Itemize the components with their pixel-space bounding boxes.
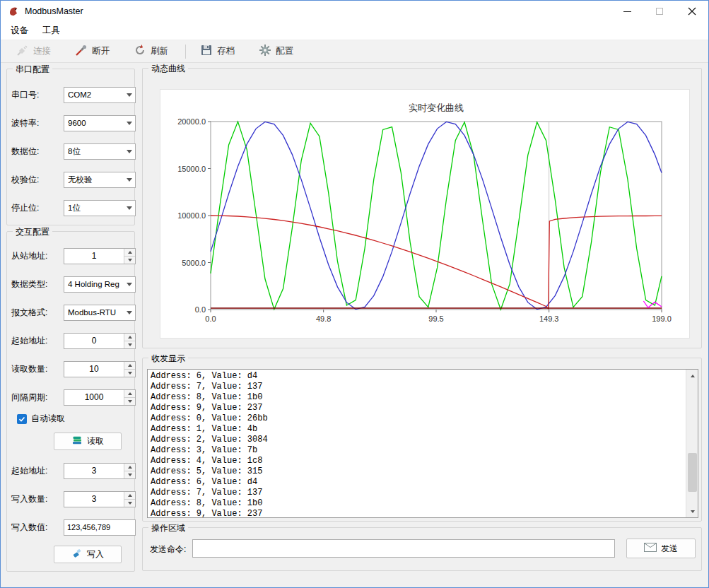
data-type-select[interactable]: 4 Holding Reg — [64, 276, 136, 293]
chevron-down-icon[interactable] — [123, 277, 135, 292]
close-button[interactable] — [676, 1, 708, 22]
data-type-label: 数据类型: — [11, 278, 59, 290]
data-bits-select[interactable]: 8位 — [64, 143, 136, 160]
stop-bits-select[interactable]: 1位 — [64, 200, 136, 216]
menu-device[interactable]: 设备 — [4, 22, 35, 40]
write-count-stepper[interactable]: 3 — [64, 491, 136, 507]
stop-bits-value: 1位 — [64, 203, 123, 213]
toolbar-archive-label: 存档 — [217, 45, 235, 57]
spin-up-button[interactable] — [124, 390, 135, 397]
read-start-address-stepper[interactable]: 0 — [64, 333, 136, 349]
baud-rate-select[interactable]: 9600 — [64, 115, 136, 131]
write-value-label: 写入数值: — [11, 522, 59, 534]
field-row: 间隔周期: 1000 — [11, 389, 131, 406]
log-line: Address: 7, Value: 137 — [151, 488, 684, 498]
toolbar-disconnect-button[interactable]: 断开 — [66, 41, 118, 61]
spin-up-button[interactable] — [124, 362, 135, 369]
maximize-button[interactable] — [643, 1, 676, 22]
data-bits-value: 8位 — [64, 146, 123, 157]
toolbar-archive-button[interactable]: 存档 — [192, 41, 243, 61]
books-icon — [71, 435, 83, 448]
chevron-down-icon[interactable] — [123, 305, 135, 320]
spin-down-button[interactable] — [124, 256, 135, 264]
send-command-label: 发送命令: — [150, 543, 186, 555]
log-textarea[interactable]: Address: 6, Value: d4 Address: 7, Value:… — [147, 369, 698, 518]
log-line: Address: 3, Value: 7b — [151, 445, 684, 456]
toolbar: 连接 断开 刷新 — [1, 40, 708, 63]
spin-up-button[interactable] — [124, 334, 135, 341]
send-command-field — [192, 539, 615, 558]
read-count-stepper[interactable]: 10 — [64, 361, 136, 377]
minimize-button[interactable] — [611, 1, 643, 22]
data-type-value: 4 Holding Reg — [64, 280, 123, 288]
spin-down-button[interactable] — [124, 397, 135, 405]
read-count-label: 读取数量: — [11, 363, 59, 375]
spin-down-button[interactable] — [124, 471, 135, 478]
chevron-down-icon[interactable] — [123, 172, 135, 187]
scroll-down-icon[interactable] — [686, 505, 698, 517]
toolbar-separator — [185, 45, 186, 59]
svg-text:199.0: 199.0 — [652, 314, 672, 323]
log-scrollbar[interactable] — [686, 370, 698, 517]
chevron-down-icon[interactable] — [123, 144, 135, 159]
toolbar-refresh-button[interactable]: 刷新 — [125, 41, 177, 61]
scrollbar-thumb[interactable] — [688, 453, 697, 492]
log-lines: Address: 6, Value: d4 Address: 7, Value:… — [151, 371, 684, 517]
field-row: 从站地址: 1 — [11, 247, 131, 264]
baud-rate-label: 波特率: — [11, 117, 59, 129]
spin-up-button[interactable] — [124, 249, 135, 256]
app-icon — [8, 6, 19, 17]
spin-up-button[interactable] — [124, 492, 135, 499]
send-button[interactable]: 发送 — [626, 539, 696, 558]
com-port-select[interactable]: COM2 — [64, 87, 136, 103]
chevron-down-icon[interactable] — [123, 201, 135, 216]
minimize-icon — [623, 11, 631, 12]
read-count-value: 10 — [64, 364, 124, 374]
panel-dynamic-curve: 动态曲线 实时变化曲线0.049.899.5149.3199.00.05000.… — [142, 68, 702, 348]
log-line: Address: 8, Value: 1b0 — [151, 498, 684, 509]
send-command-input[interactable] — [193, 540, 614, 557]
frame-format-select[interactable]: Modbus-RTU — [64, 305, 136, 321]
chevron-down-icon[interactable] — [123, 88, 135, 102]
spin-down-button[interactable] — [124, 341, 135, 348]
app-window: ModbusMaster 设备 工具 连接 — [0, 0, 709, 588]
chevron-down-icon[interactable] — [123, 116, 135, 131]
spin-down-button[interactable] — [124, 499, 135, 507]
menu-tools[interactable]: 工具 — [35, 22, 67, 40]
slave-address-stepper[interactable]: 1 — [64, 248, 136, 264]
panel-operation-area: 操作区域 发送命令: 发送 — [142, 527, 702, 571]
read-button[interactable]: 读取 — [54, 433, 122, 450]
spin-up-button[interactable] — [124, 464, 135, 471]
write-start-address-stepper[interactable]: 3 — [64, 463, 136, 479]
stepper-buttons — [124, 492, 135, 507]
svg-text:20000.0: 20000.0 — [177, 117, 206, 126]
panel-rx-tx-display: 收发显示 Address: 6, Value: d4 Address: 7, V… — [142, 358, 702, 522]
refresh-icon — [134, 44, 146, 59]
field-row: 读取数量: 10 — [11, 360, 131, 377]
field-row: 起始地址: 3 — [11, 462, 131, 479]
parity-select[interactable]: 无校验 — [64, 172, 136, 188]
close-icon — [688, 7, 696, 16]
log-line: Address: 7, Value: 137 — [151, 382, 684, 392]
field-row: 波特率: 9600 — [11, 114, 131, 131]
panel-serial-config: 串口配置 串口号: COM2 波特率: 9600 数据位: 8位 — [6, 69, 135, 225]
write-button[interactable]: 写入 — [54, 546, 122, 563]
write-value-input[interactable] — [64, 520, 135, 535]
spin-down-button[interactable] — [124, 369, 135, 377]
connect-icon — [16, 44, 29, 59]
scroll-up-icon[interactable] — [686, 370, 698, 382]
baud-rate-value: 9600 — [64, 119, 123, 127]
check-icon — [18, 416, 25, 423]
write-button-label: 写入 — [87, 548, 104, 560]
send-button-label: 发送 — [661, 543, 678, 555]
log-line: Address: 5, Value: 315 — [151, 466, 684, 477]
save-icon — [200, 44, 213, 59]
window-controls — [611, 1, 708, 22]
auto-read-checkbox[interactable] — [17, 414, 27, 424]
field-row: 写入数值: — [11, 519, 131, 536]
toolbar-connect-button[interactable]: 连接 — [8, 41, 59, 61]
toolbar-config-button[interactable]: 配置 — [250, 41, 302, 61]
maximize-icon — [656, 8, 663, 15]
interval-stepper[interactable]: 1000 — [64, 389, 136, 406]
field-row: 串口号: COM2 — [11, 86, 131, 103]
